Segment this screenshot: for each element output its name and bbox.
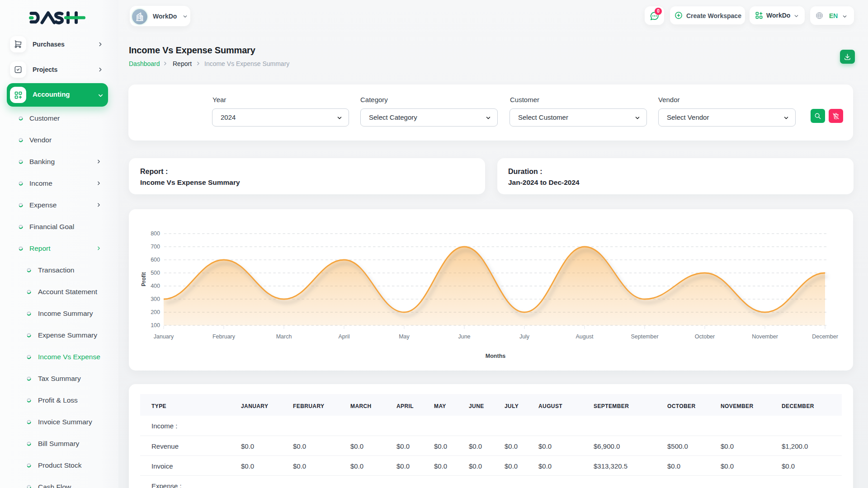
svg-text:300: 300	[151, 296, 160, 302]
svg-text:September: September	[631, 333, 658, 340]
svg-text:500: 500	[151, 270, 160, 276]
svg-text:January: January	[154, 333, 174, 340]
svg-text:700: 700	[151, 244, 160, 250]
svg-text:600: 600	[151, 257, 160, 263]
svg-text:November: November	[752, 333, 778, 340]
svg-text:800: 800	[151, 230, 160, 237]
svg-text:March: March	[276, 333, 292, 340]
svg-text:October: October	[695, 333, 715, 340]
svg-text:100: 100	[151, 322, 160, 328]
svg-text:Months: Months	[486, 353, 505, 359]
svg-text:June: June	[458, 333, 470, 340]
svg-text:July: July	[519, 333, 530, 340]
svg-text:Profit: Profit	[141, 272, 147, 286]
svg-text:May: May	[399, 333, 410, 340]
svg-text:April: April	[338, 333, 349, 340]
svg-text:December: December	[812, 333, 838, 340]
svg-text:400: 400	[151, 283, 160, 289]
svg-text:August: August	[576, 333, 594, 340]
svg-text:February: February	[212, 333, 236, 340]
svg-text:200: 200	[151, 309, 160, 315]
